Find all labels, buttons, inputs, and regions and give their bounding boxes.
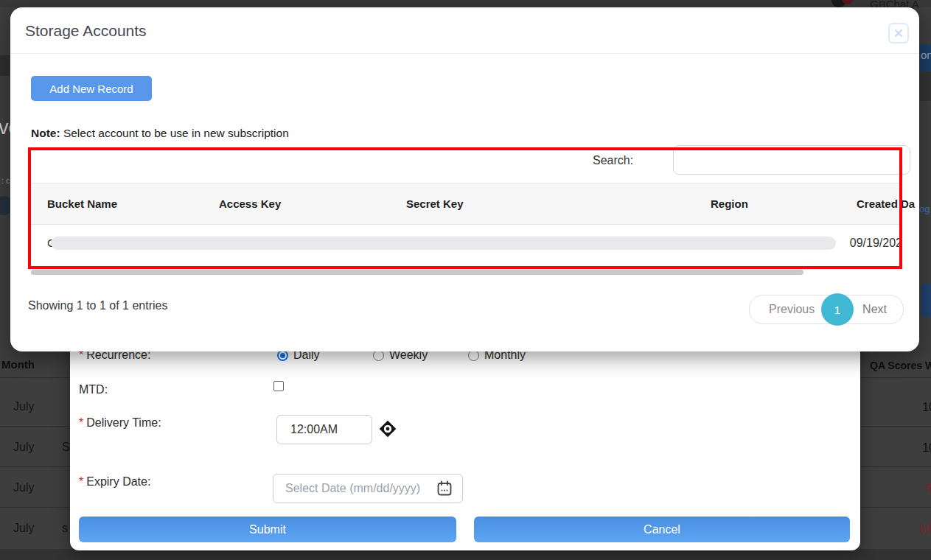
pagination-next[interactable]: Next bbox=[862, 303, 887, 316]
bg-partial-cell: S bbox=[62, 441, 70, 454]
note-text: Note: Select account to be use in new su… bbox=[31, 127, 289, 140]
expiry-date-input[interactable] bbox=[273, 474, 463, 503]
bg-qa-header: QA Scores W bbox=[870, 360, 931, 371]
required-mark: * bbox=[79, 475, 83, 488]
bg-separator bbox=[0, 377, 70, 378]
column-created-date[interactable]: Created Da bbox=[857, 197, 915, 210]
bg-qa-value: 6 bbox=[926, 482, 931, 495]
search-label: Search: bbox=[593, 154, 633, 167]
table-row[interactable]: C 09/19/202 bbox=[28, 225, 902, 269]
note-label: Note: bbox=[31, 127, 60, 139]
cancel-button[interactable]: Cancel bbox=[474, 517, 850, 542]
background-small-fragment: : c bbox=[1, 176, 10, 185]
background-right-row bbox=[919, 71, 931, 101]
entries-summary: Showing 1 to 1 of 1 entries bbox=[28, 299, 167, 312]
bg-month-row: July bbox=[13, 481, 34, 494]
expiry-date-label: *Expiry Date: bbox=[79, 475, 150, 489]
mtd-checkbox[interactable] bbox=[273, 381, 284, 391]
storage-accounts-modal: Storage Accounts Add New Record Note: Se… bbox=[10, 7, 919, 351]
calendar-icon bbox=[436, 480, 453, 497]
close-icon bbox=[890, 24, 907, 42]
bg-month-header: Month bbox=[1, 358, 35, 371]
bg-month-row: July bbox=[13, 522, 34, 535]
mtd-label: MTD: bbox=[79, 383, 108, 396]
close-button[interactable] bbox=[888, 23, 909, 43]
bg-qa-value: 10 bbox=[922, 401, 931, 414]
created-date-value: 09/19/202 bbox=[850, 237, 902, 250]
table-header-row: Bucket Name Access Key Secret Key Region… bbox=[28, 183, 902, 225]
background-link-fragment: og bbox=[919, 203, 930, 214]
add-new-record-button[interactable]: Add New Record bbox=[31, 76, 152, 101]
bg-separator bbox=[860, 377, 931, 378]
pagination: Previous 1 Next bbox=[749, 295, 904, 324]
bg-separator bbox=[860, 507, 931, 508]
subscription-form-modal: *Recurrence: Daily Weekly Monthly MTD: *… bbox=[70, 324, 860, 550]
bg-separator bbox=[0, 466, 70, 467]
radio-monthly[interactable] bbox=[468, 350, 479, 361]
time-picker-crosshair-icon[interactable] bbox=[377, 419, 398, 439]
redacted-value-bar bbox=[51, 237, 836, 250]
pagination-previous[interactable]: Previous bbox=[769, 303, 815, 316]
column-secret-key[interactable]: Secret Key bbox=[406, 197, 464, 210]
bg-separator bbox=[0, 507, 70, 508]
column-bucket-name[interactable]: Bucket Name bbox=[47, 197, 117, 210]
table-horizontal-scrollbar[interactable] bbox=[31, 270, 803, 275]
bg-partial-cell: s bbox=[62, 522, 68, 535]
column-access-key[interactable]: Access Key bbox=[219, 197, 281, 210]
bg-separator bbox=[860, 426, 931, 427]
header-divider bbox=[10, 53, 919, 54]
pagination-page-1[interactable]: 1 bbox=[821, 293, 854, 326]
screen: GBChat A ve : c on og Month July July S … bbox=[0, 0, 931, 560]
bg-month-row: July bbox=[13, 400, 34, 413]
delivery-time-label: *Delivery Time: bbox=[79, 416, 161, 430]
delivery-time-input[interactable] bbox=[276, 415, 372, 444]
background-bottom-strip bbox=[0, 549, 931, 560]
submit-button[interactable]: Submit bbox=[79, 517, 456, 542]
column-region[interactable]: Region bbox=[711, 197, 748, 210]
bg-separator bbox=[0, 426, 70, 427]
background-left-block bbox=[0, 55, 10, 76]
background-topbar bbox=[0, 0, 931, 7]
bg-qa-value: 10 bbox=[922, 441, 931, 455]
background-right-band-text: on bbox=[921, 49, 931, 61]
background-blue-button-fragment bbox=[921, 284, 931, 317]
required-mark: * bbox=[79, 416, 83, 429]
bg-month-row: July bbox=[13, 441, 34, 454]
bg-qa-value: 58 bbox=[919, 522, 931, 536]
radio-daily[interactable] bbox=[277, 350, 288, 361]
radio-weekly[interactable] bbox=[373, 350, 384, 361]
search-input[interactable] bbox=[673, 145, 910, 175]
bg-separator bbox=[860, 466, 931, 467]
modal-title: Storage Accounts bbox=[25, 22, 147, 40]
